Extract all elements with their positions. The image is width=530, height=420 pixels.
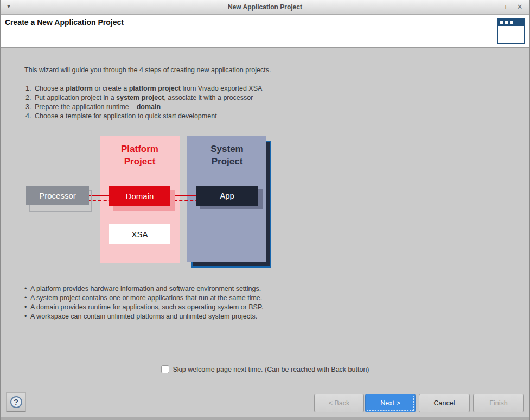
window-menu-icon[interactable]: ▼	[6, 3, 11, 9]
step-item: 3. Prepare the application runtime – dom…	[25, 103, 262, 112]
back-button[interactable]: < Back	[314, 394, 364, 412]
help-button[interactable]: ?	[6, 392, 26, 412]
skip-welcome-row: Skip welcome page next time. (Can be rea…	[1, 365, 529, 373]
step-number: 3.	[25, 103, 35, 112]
bullet-item: • A platform provides hardware informati…	[24, 284, 263, 294]
wizard-button-bar: ? < Back Next > Cancel Finish	[1, 386, 529, 417]
step-number: 4.	[25, 112, 35, 121]
step-item: 4. Choose a template for application to …	[25, 112, 262, 121]
bullet-item: • A domain provides runtime for applicat…	[24, 303, 263, 312]
bullet-marker: •	[24, 284, 30, 294]
intro-text: This wizard will guide you through the 4…	[24, 66, 271, 74]
xsa-node: XSA	[109, 224, 170, 244]
maximize-button[interactable]: +	[500, 2, 511, 12]
step-text: Choose a template for application to qui…	[35, 112, 217, 121]
window-title: New Application Project	[1, 3, 529, 11]
step-number: 2.	[25, 93, 35, 103]
step-item: 1. Choose a platform or create a platfor…	[25, 84, 262, 93]
close-button[interactable]: ✕	[514, 2, 525, 12]
window-icon-dot	[510, 21, 513, 24]
window-bottom-border	[1, 417, 529, 420]
info-bullet-list: • A platform provides hardware informati…	[24, 284, 263, 321]
page-title: Create a New Application Project	[5, 18, 124, 27]
new-window-wizard-icon	[497, 18, 525, 44]
bullet-item: • A system project contains one or more …	[24, 294, 263, 303]
bullet-item: • A workspace can contain unlimited plat…	[24, 312, 263, 321]
window-icon-dot	[505, 21, 508, 24]
platform-project-title: Platform Project	[100, 143, 180, 168]
cancel-button[interactable]: Cancel	[419, 394, 470, 412]
bullet-text: A platform provides hardware information…	[30, 284, 261, 294]
wizard-content: This wizard will guide you through the 4…	[1, 48, 529, 386]
project-structure-diagram: Platform Project System Project Processo…	[26, 136, 276, 272]
bullet-marker: •	[24, 312, 30, 321]
window-icon-titlebar	[498, 19, 524, 26]
window-icon-dot	[500, 21, 503, 24]
steps-list: 1. Choose a platform or create a platfor…	[25, 84, 262, 121]
app-node: App	[196, 186, 258, 206]
bullet-marker: •	[24, 303, 30, 312]
domain-node: Domain	[109, 186, 170, 206]
bullet-text: A workspace can contain unlimited platfo…	[30, 312, 257, 321]
next-button[interactable]: Next >	[365, 394, 416, 412]
step-number: 1.	[25, 84, 35, 93]
step-text: Put application project in a system proj…	[35, 93, 253, 103]
new-application-project-dialog: ▼ New Application Project + ✕ Create a N…	[0, 0, 530, 420]
skip-welcome-checkbox[interactable]	[161, 365, 169, 373]
bullet-text: A system project contains one or more ap…	[30, 294, 262, 303]
help-icon: ?	[10, 396, 22, 408]
step-item: 2. Put application project in a system p…	[25, 93, 262, 103]
step-text: Choose a platform or create a platform p…	[35, 84, 262, 93]
titlebar: ▼ New Application Project + ✕	[1, 0, 529, 15]
bullet-text: A domain provides runtime for applicatio…	[30, 303, 263, 312]
processor-node: Processor	[26, 186, 89, 205]
system-project-title: System Project	[187, 143, 267, 168]
wizard-header: Create a New Application Project	[1, 15, 529, 48]
finish-button[interactable]: Finish	[473, 394, 524, 412]
skip-welcome-label[interactable]: Skip welcome page next time. (Can be rea…	[173, 366, 369, 373]
bullet-marker: •	[24, 294, 30, 303]
step-text: Prepare the application runtime – domain	[35, 103, 161, 112]
